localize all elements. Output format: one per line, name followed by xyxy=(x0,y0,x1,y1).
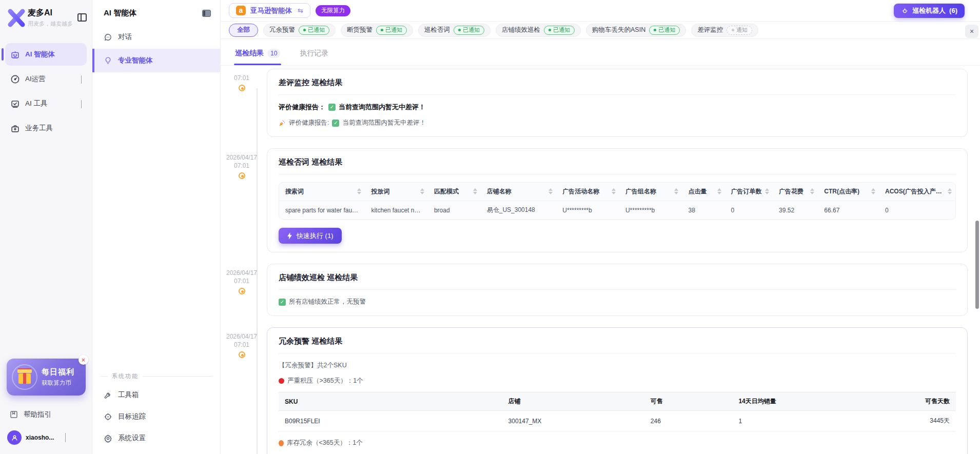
column-header[interactable]: 广告花费 xyxy=(773,183,818,201)
scrollbar-thumb[interactable] xyxy=(975,221,979,309)
sidebar-item-label: AI 工具 xyxy=(25,99,48,108)
column-header: 14天日均销量 xyxy=(732,392,874,411)
sys-item-label: 目标追踪 xyxy=(118,412,146,421)
chevron-down-icon xyxy=(81,75,82,83)
column-header[interactable]: 广告活动名称 xyxy=(556,183,619,201)
promo-close-icon[interactable]: × xyxy=(79,355,88,365)
sidebar-item-business-tools[interactable]: 业务工具 xyxy=(5,117,87,140)
panel-item-chat[interactable]: 对话 xyxy=(92,25,220,49)
sort-arrows-icon[interactable] xyxy=(674,188,678,194)
column-header[interactable]: CTR(点击率) xyxy=(818,183,879,201)
sort-arrows-icon[interactable] xyxy=(473,188,477,194)
user-menu[interactable]: xiaosho... xyxy=(0,424,92,447)
filter-tag[interactable]: 购物车丢失的ASIN已通知 xyxy=(586,24,686,37)
sidebar-item-label: 业务工具 xyxy=(25,124,53,133)
review-monitor-card: 差评监控 巡检结果 评价健康报告： ✓ 当前查询范围内暂无中差评！ 评价健康报告… xyxy=(267,69,968,137)
filter-label: 断货预警 xyxy=(347,26,373,34)
promo-subtitle: 获取算力币 xyxy=(42,379,74,387)
panel-toggle-icon[interactable] xyxy=(202,10,211,17)
quick-execute-button[interactable]: 快速执行 (1) xyxy=(279,228,342,244)
sidebar-collapse-icon[interactable] xyxy=(77,13,87,22)
chevron-down-icon xyxy=(65,433,66,442)
sort-arrows-icon[interactable] xyxy=(548,188,553,194)
panel-header: AI 智能体 xyxy=(92,0,220,25)
sort-arrows-icon[interactable] xyxy=(420,188,424,194)
sort-arrows-icon[interactable] xyxy=(948,188,952,194)
timeline-time: 2026/04/17 07:01 xyxy=(221,327,263,454)
filter-tag[interactable]: 断货预警已通知 xyxy=(341,24,413,37)
chat-icon xyxy=(104,33,112,42)
filter-tag[interactable]: 冗余预警已通知 xyxy=(263,24,336,37)
inspection-robot-button[interactable]: 巡检机器人 (6) xyxy=(894,4,965,18)
notified-badge: 已通知 xyxy=(376,26,407,35)
green-dot-icon xyxy=(381,29,383,31)
sidebar-item-ai-tools[interactable]: AI 工具 xyxy=(5,92,87,115)
table-cell: broad xyxy=(428,201,481,220)
agent-name: 亚马逊智能体 xyxy=(250,6,292,15)
panel-item-settings[interactable]: 系统设置 xyxy=(92,427,220,449)
results-timeline[interactable]: 07:01 差评监控 巡检结果 评价健康报告： ✓ 当前查询范围内暂无中差评！ xyxy=(221,66,980,454)
panel-item-pro-agents[interactable]: 专业智能体 xyxy=(92,49,220,72)
column-header[interactable]: 搜索词 xyxy=(279,183,365,201)
column-header[interactable]: ACOS(广告投入产出比) xyxy=(879,183,955,201)
green-dot-icon xyxy=(654,29,656,31)
table-cell: B09R15FLEI xyxy=(279,411,502,431)
tab-execution-records[interactable]: 执行记录 xyxy=(299,49,329,65)
column-header[interactable]: 广告订单数 xyxy=(725,183,773,201)
column-header[interactable]: 匹配模式 xyxy=(428,183,481,201)
check-icon: ✓ xyxy=(328,104,336,111)
table-cell: 300147_MX xyxy=(502,411,644,431)
party-popper-icon xyxy=(279,120,286,127)
help-guide-button[interactable]: 帮助指引 xyxy=(0,405,92,424)
card-title: 差评监控 巡检结果 xyxy=(279,78,956,95)
filter-tag[interactable]: 差评监控+ 通知 xyxy=(691,24,758,37)
table-cell: U*********b xyxy=(556,201,619,220)
brand-name: 麦多AI xyxy=(28,8,77,18)
sidebar-item-ai-ops[interactable]: AI运营 xyxy=(5,68,87,90)
sort-arrows-icon[interactable] xyxy=(717,188,721,194)
robot-icon xyxy=(10,50,20,60)
table-cell: 66.67 xyxy=(818,201,879,220)
user-name: xiaosho... xyxy=(26,434,54,441)
filter-all[interactable]: 全部 xyxy=(229,24,258,37)
panel-item-toolbox[interactable]: 工具箱 xyxy=(92,384,220,406)
system-section-label: 系统功能 xyxy=(112,372,139,380)
sort-arrows-icon[interactable] xyxy=(357,188,361,194)
table-cell: 246 xyxy=(644,411,733,431)
tab-inspection-results[interactable]: 巡检结果 10 xyxy=(234,49,281,65)
result-count-badge: 10 xyxy=(267,49,280,58)
timeline-time: 07:01 xyxy=(221,69,263,137)
sidebar-item-ai-agent[interactable]: AI 智能体 xyxy=(5,43,87,66)
avatar xyxy=(7,430,22,445)
tab-label: 执行记录 xyxy=(300,49,328,58)
column-header[interactable]: 投放词 xyxy=(365,183,428,201)
panel-item-goal-tracking[interactable]: 目标追踪 xyxy=(92,406,220,427)
timeline-dot xyxy=(239,85,245,91)
timeline-time: 2026/04/17 07:01 xyxy=(221,148,263,252)
sort-arrows-icon[interactable] xyxy=(871,188,875,194)
agent-selector[interactable]: a 亚马逊智能体 ⇆ xyxy=(229,3,310,18)
filter-label: 差评监控 xyxy=(697,26,723,34)
panel-title: AI 智能体 xyxy=(104,8,136,18)
gift-icon xyxy=(12,364,37,390)
filter-tag[interactable]: 巡检否词已通知 xyxy=(418,24,491,37)
column-header[interactable]: 广告组名称 xyxy=(619,183,682,201)
filter-tag[interactable]: 店铺绩效巡检已通知 xyxy=(496,24,581,37)
help-label: 帮助指引 xyxy=(24,410,51,419)
briefcase-icon xyxy=(10,124,20,133)
column-header[interactable]: 店铺名称 xyxy=(481,183,557,201)
close-panel-button[interactable]: × xyxy=(965,25,978,38)
primary-nav: AI 智能体 AI运营 AI 工具 业务工具 xyxy=(0,41,92,142)
daily-bonus-card[interactable]: 每日福利 获取算力币 × xyxy=(7,359,86,396)
sort-arrows-icon[interactable] xyxy=(810,188,814,194)
sort-arrows-icon[interactable] xyxy=(765,188,769,194)
filter-label: 购物车丢失的ASIN xyxy=(592,26,645,34)
filter-label: 巡检否词 xyxy=(424,26,450,34)
column-header[interactable]: 点击量 xyxy=(682,183,724,201)
app-root: 麦多AI 用麦多，越卖越多 AI 智能体 AI运营 AI 工具 业 xyxy=(0,0,980,454)
green-dot-icon xyxy=(548,29,551,31)
unlimited-power-badge[interactable]: 无限算力 xyxy=(316,5,350,16)
severe-overstock-table: SKU店铺可售14天日均销量可售天数B09R15FLEI300147_MX246… xyxy=(279,392,956,431)
gear-icon xyxy=(104,434,112,443)
sort-arrows-icon[interactable] xyxy=(612,188,616,194)
